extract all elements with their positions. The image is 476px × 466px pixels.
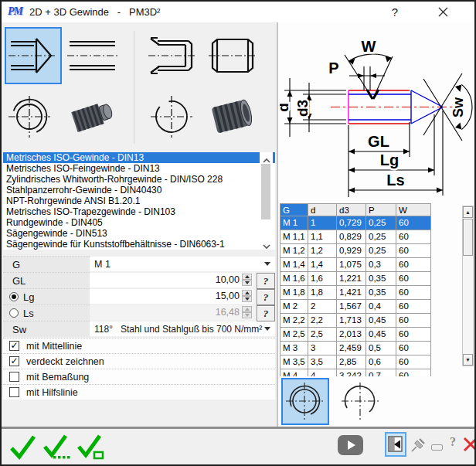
list-item[interactable]: Metrisches ISO-Gewinde - DIN13: [3, 152, 275, 163]
list-item[interactable]: Sägengewinde - DIN513: [3, 228, 275, 239]
title-bar[interactable]: PM 2D + 3D Gewinde - PM3D² ?: [2, 2, 474, 22]
table-header-cell[interactable]: W: [396, 203, 431, 216]
table-cell: 1,4: [308, 258, 336, 272]
list-item[interactable]: Rundgewinde - DIN405: [3, 217, 275, 228]
table-row[interactable]: M 2,52,52,0130,4560: [280, 328, 432, 342]
apply-button[interactable]: [8, 433, 39, 461]
lg-help-button[interactable]: ?: [257, 289, 275, 305]
table-cell: 0,5: [366, 342, 396, 355]
table-header-cell[interactable]: G: [280, 203, 308, 216]
table-cell: 1,6: [308, 272, 336, 286]
cancel-button[interactable]: [462, 436, 476, 453]
gl-spin-down-button[interactable]: [242, 280, 252, 286]
table-header-cell[interactable]: d3: [336, 203, 366, 216]
table-cell: 60: [396, 216, 431, 230]
table-cell: 1,1: [308, 230, 336, 244]
thumbnail-external-side[interactable]: [66, 29, 120, 83]
table-row[interactable]: M 110,7290,2560: [280, 216, 432, 230]
pin-button[interactable]: [410, 435, 427, 455]
table-cell: 2,85: [336, 355, 366, 369]
scroll-up-icon[interactable]: [262, 154, 271, 162]
video-tutorial-button[interactable]: [338, 435, 363, 455]
table-row[interactable]: M 1,21,20,9290,2560: [280, 244, 432, 258]
table-cell: 0,729: [336, 216, 366, 230]
footer-help-button[interactable]: ?: [450, 435, 456, 449]
scroll-up-icon[interactable]: ▲: [463, 206, 473, 218]
view-option-full-circle[interactable]: [281, 378, 329, 425]
gl-spin-field[interactable]: 10,00: [90, 273, 253, 287]
checkbox-row-mittellinie[interactable]: ✓ mit Mittellinie: [3, 338, 275, 353]
title-help-button[interactable]: ?: [383, 3, 406, 22]
list-item[interactable]: Metrisches ISO-Trapezgewinde - DIN103: [3, 206, 275, 217]
thumbnail-internal-3d[interactable]: [206, 89, 260, 143]
view-option-open-circle[interactable]: [338, 379, 383, 423]
thread-size-combobox[interactable]: M 1: [90, 257, 275, 271]
checkbox-box[interactable]: ✓: [9, 356, 19, 366]
minimize-dialog-button[interactable]: [431, 444, 443, 451]
table-row[interactable]: M 332,4590,560: [280, 342, 432, 355]
scroll-down-icon[interactable]: [262, 240, 271, 247]
table-row[interactable]: M 1,41,41,0750,360: [280, 258, 432, 272]
ls-help-button[interactable]: ?: [257, 305, 275, 321]
dim-label-d3: d3: [294, 100, 311, 117]
scroll-down-icon[interactable]: ▼: [463, 354, 473, 366]
checkbox-row-bemassung[interactable]: mit Bemaßung: [3, 369, 275, 384]
table-scrollbar[interactable]: ▲ ▼: [462, 206, 474, 366]
list-item[interactable]: Sägengewinde für Kunststoffbehältnisse -…: [3, 239, 275, 250]
scrollbar-thumb[interactable]: [261, 164, 270, 219]
dock-panel-button[interactable]: [385, 432, 406, 457]
list-item[interactable]: Stahlpanzerrohr-Gewinde - DIN40430: [3, 185, 275, 196]
table-header-cell[interactable]: P: [366, 203, 396, 216]
checkbox-box[interactable]: [9, 387, 19, 397]
table-cell: 3,5: [308, 355, 336, 369]
radio-ls[interactable]: [9, 308, 19, 318]
table-row[interactable]: M 443,2420,760: [280, 369, 432, 376]
table-cell: M 1,6: [280, 272, 308, 286]
checkbox-row-hilfslinie[interactable]: mit Hilfslinie: [3, 384, 275, 400]
radio-lg[interactable]: [9, 292, 19, 301]
apply-with-options-button[interactable]: [42, 433, 73, 461]
gl-spin-up-button[interactable]: [242, 274, 252, 280]
table-row[interactable]: M 221,5670,460: [280, 300, 432, 314]
ls-spin-field[interactable]: 16,48: [90, 305, 253, 320]
list-item[interactable]: Metrisches ISO-Feingewinde - DIN13: [3, 163, 275, 174]
dim-label-p: P: [328, 60, 338, 77]
table-cell: M 3: [280, 342, 308, 355]
lg-spin-up-button[interactable]: [242, 290, 252, 296]
tip-angle-combobox[interactable]: 118° Stahl und Stahlguß bis 700 N/mm²: [90, 321, 275, 336]
standards-list-scrollbar[interactable]: [260, 152, 273, 250]
table-cell: 1,2: [308, 244, 336, 258]
title-close-button[interactable]: [431, 3, 454, 22]
thread-dimension-drawing: W P d d3 GL Lg Ls Sw: [280, 24, 474, 200]
table-cell: 2,459: [336, 342, 366, 355]
table-row[interactable]: M 1,81,81,4210,3560: [280, 286, 432, 300]
thumbnail-internal-side-open[interactable]: [147, 29, 201, 83]
front-view-full-circle-icon: [283, 379, 328, 423]
lg-spin-down-button[interactable]: [242, 296, 252, 302]
lg-spin-field[interactable]: 15,00: [90, 289, 253, 304]
table-row[interactable]: M 1,61,61,2210,3560: [280, 272, 432, 286]
table-row[interactable]: M 2,22,21,7130,4560: [280, 314, 432, 328]
table-header-cell[interactable]: d: [308, 203, 336, 216]
list-item[interactable]: Zylindrisches Whitworth-Rohrgewinde - DI…: [3, 174, 275, 185]
ls-spin-down-button[interactable]: [242, 312, 252, 318]
list-item[interactable]: NPT-Rohrgewinde ANSI B1.20.1: [3, 196, 275, 206]
thumbnail-external-side-cone[interactable]: [5, 27, 62, 84]
thumbnail-external-3d[interactable]: [66, 89, 120, 143]
thumbnail-internal-front[interactable]: [147, 89, 201, 143]
thumbnail-external-front[interactable]: [6, 89, 60, 143]
table-row[interactable]: M 3,53,52,850,660: [280, 355, 432, 369]
gl-help-button[interactable]: ?: [257, 273, 275, 289]
apply-and-close-button[interactable]: [76, 433, 107, 461]
table-row[interactable]: M 1,11,10,8290,2560: [280, 230, 432, 244]
ls-spin-up-button[interactable]: [242, 306, 252, 312]
table-cell: M 4: [280, 369, 308, 376]
table-cell: 0,25: [366, 230, 396, 244]
checkbox-row-verdeckt[interactable]: ✓ verdeckt zeichnen: [3, 353, 275, 369]
table-cell: 0,829: [336, 230, 366, 244]
checkbox-box[interactable]: ✓: [9, 341, 19, 351]
checkbox-box[interactable]: [9, 372, 19, 382]
scrollbar-thumb[interactable]: [463, 219, 473, 256]
dim-label-gl: GL: [368, 133, 389, 150]
thumbnail-internal-side-closed[interactable]: [206, 29, 260, 83]
